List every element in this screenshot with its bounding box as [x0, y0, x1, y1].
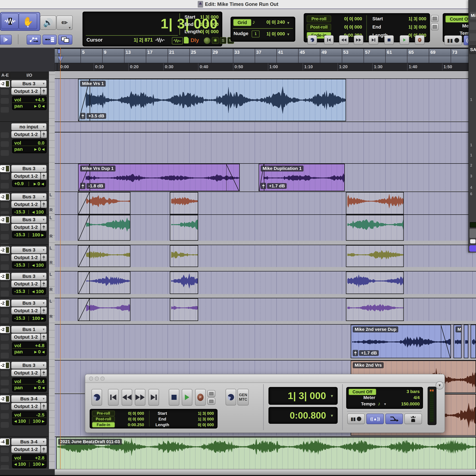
output-window-button[interactable]	[41, 333, 47, 341]
vol-pan-display[interactable]: vol+4.8pan▸ 0 ◂	[12, 342, 47, 356]
transport-subcounter-value[interactable]: 0:00.800	[274, 410, 326, 421]
accent-handle[interactable]	[469, 245, 476, 252]
length-value[interactable]: 0| 0| 000	[185, 422, 214, 427]
transport-main-counter[interactable]: 1| 3| 000 ▼	[269, 387, 338, 405]
track-color-badge[interactable]: -2	[0, 165, 10, 172]
pan-value[interactable]: 100	[32, 316, 40, 321]
record-button[interactable]: P	[195, 389, 206, 406]
online-button[interactable]	[92, 389, 102, 406]
track-input-selector[interactable]: Bus 3-4▼	[11, 438, 47, 445]
track-input-selector[interactable]: Bus 3▼	[11, 272, 47, 280]
online-button[interactable]	[307, 35, 317, 45]
audio-clip[interactable]	[346, 192, 404, 214]
pan-value-wrap[interactable]: ▸ 0 ◂	[34, 181, 44, 187]
pencil-tool-button[interactable]: ✏ ▼	[56, 16, 73, 30]
audio-clip[interactable]	[170, 298, 198, 321]
audio-clip[interactable]	[170, 245, 198, 267]
counter-dropdown-icon[interactable]: ▼	[330, 394, 334, 398]
audio-clip[interactable]	[170, 192, 198, 214]
track-color-badge[interactable]: -4	[0, 438, 10, 445]
audio-clip[interactable]	[78, 245, 130, 267]
post-roll-button[interactable]: Post-roll	[307, 24, 331, 31]
transport-window[interactable]: P GEN MTC 1| 3| 000 ▼ 0:00.800 ▼ Count O…	[85, 374, 445, 433]
track-input-selector[interactable]: Bus 3▼	[11, 299, 47, 307]
online-clock-button[interactable]	[226, 389, 236, 405]
clip-gain-badge[interactable]: -1.8 dB	[80, 183, 105, 189]
stop-button[interactable]	[169, 389, 179, 406]
start-value[interactable]: 1| 3| 000	[185, 411, 214, 416]
bars-ruler[interactable]: 5913172125293337414549535761656973	[55, 49, 476, 56]
vol-value[interactable]: -15.3	[14, 232, 25, 237]
vol-value[interactable]: -15.3	[14, 289, 25, 294]
vol-value[interactable]: -15.3	[14, 315, 25, 321]
panel-toggle-bottom-button[interactable]	[431, 23, 439, 30]
track-output-selector[interactable]: Output 1-2	[11, 403, 41, 410]
pre-roll-button[interactable]: Pre-roll	[92, 411, 115, 416]
track-lane[interactable]	[55, 245, 476, 267]
fade-in-button[interactable]: Fade-in	[92, 422, 115, 427]
clip-doc-icon[interactable]	[184, 37, 189, 43]
close-icon[interactable]	[89, 376, 93, 381]
vol-pan-display[interactable]: vol-2.5◂ 100|100 ▸	[12, 411, 47, 425]
pan-value[interactable]: 100	[36, 209, 44, 215]
vol-value[interactable]: -15.3	[14, 209, 25, 215]
pan-value[interactable]: 0	[38, 146, 41, 152]
track-output-selector[interactable]: Output 1-2	[11, 131, 41, 138]
track-color-badge[interactable]: -2	[0, 395, 10, 402]
track-output-selector[interactable]: Output 1-2	[11, 172, 41, 180]
nudge-film-icon[interactable]: 1	[252, 31, 260, 37]
transport-counter-value[interactable]: 1| 3| 000	[274, 390, 326, 401]
audio-clip[interactable]: Mi	[454, 325, 461, 358]
solo-indicator[interactable]: S	[220, 37, 226, 44]
fast-forward-button[interactable]	[354, 35, 363, 45]
track-lane[interactable]: 2021 June BeatzDraft 011-03	[55, 437, 476, 470]
track-lane[interactable]	[55, 121, 476, 164]
bars-subruler[interactable]	[55, 56, 476, 63]
track-input-selector[interactable]: no input▼	[11, 123, 47, 130]
track-lane[interactable]: Mike 2nd verse Dup+1.7 dBMi	[55, 324, 476, 358]
vol-pan-display[interactable]: vol-0.4pan▸ 0 ◂	[12, 378, 47, 392]
track-color-badge[interactable]: -2	[0, 80, 10, 87]
track-color-badge[interactable]: -2	[0, 362, 10, 369]
audio-clip[interactable]: Mike Vrs Dup 1-1.8 dB	[78, 164, 240, 191]
vol-value[interactable]: +0.9	[14, 181, 24, 186]
minimize-icon[interactable]	[95, 376, 99, 381]
counter-dropdown-icon[interactable]: ▼	[330, 413, 334, 418]
pan-left-value[interactable]: 100	[18, 461, 26, 467]
audio-clip[interactable]	[170, 215, 198, 241]
end-value[interactable]: 1| 3| 000	[185, 417, 214, 422]
track-input-selector[interactable]: Bus 3▼	[11, 193, 47, 200]
note-icon[interactable]: ♪	[252, 19, 255, 25]
pan-value-wrap[interactable]: ▸ 0 ◂	[34, 349, 45, 355]
fader-cap[interactable]	[470, 229, 476, 238]
audio-clip[interactable]	[346, 298, 404, 321]
minsec-ruler[interactable]: 0:000:100:200:300:400:501:001:101:201:30…	[55, 63, 476, 71]
audio-clip[interactable]	[170, 272, 198, 294]
post-roll-value[interactable]: 0| 0| 000	[334, 24, 362, 30]
tab-to-transient-button[interactable]	[0, 35, 12, 45]
output-window-button[interactable]	[41, 201, 47, 208]
track-color-badge[interactable]: -2	[0, 300, 10, 307]
pan-right-value[interactable]: 100	[33, 418, 41, 424]
collapse-transport-button[interactable]: ▼	[436, 381, 444, 390]
pan-value-wrap[interactable]: ◂ 100	[32, 209, 44, 215]
track-input-selector[interactable]: Bus 3▼	[11, 165, 47, 172]
pan-right-wrap[interactable]: 100 ▸	[33, 461, 44, 467]
pan-value[interactable]: 0	[38, 385, 41, 390]
audio-clip[interactable]	[464, 325, 468, 358]
return-to-zero-button[interactable]	[108, 389, 119, 406]
track-output-selector[interactable]: Output 1-2	[11, 254, 41, 261]
track-lane[interactable]	[55, 298, 476, 321]
mini-button[interactable]	[470, 239, 476, 243]
vol-value[interactable]: -15.3	[14, 262, 25, 268]
metronome-pause-button[interactable]: ▮▮	[444, 35, 462, 45]
track-color-badge[interactable]: -2	[0, 193, 10, 200]
audio-clip[interactable]	[78, 272, 130, 294]
track-color-badge[interactable]: -2	[0, 326, 10, 333]
output-window-button[interactable]	[41, 280, 47, 288]
post-roll-button[interactable]: Post-roll	[92, 416, 115, 422]
go-to-end-button[interactable]	[369, 35, 378, 45]
output-window-button[interactable]	[41, 403, 47, 410]
metronome-button[interactable]: ((▲))	[366, 414, 384, 424]
transport-sub-counter[interactable]: 0:00.800 ▼	[269, 407, 338, 424]
